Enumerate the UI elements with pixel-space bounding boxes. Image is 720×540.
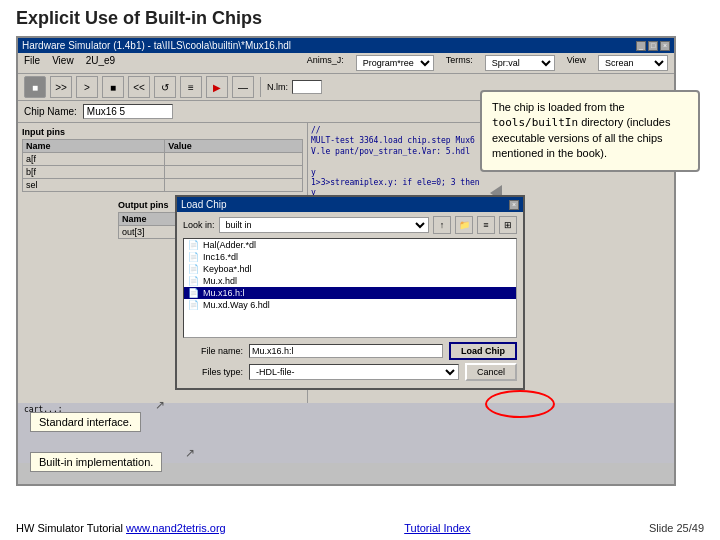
sim-titlebar-buttons: _ □ × [636, 41, 670, 51]
filename-input[interactable] [249, 344, 443, 358]
toolbar-spacer [127, 55, 295, 71]
toolbar-icon-stop[interactable]: ■ [102, 76, 124, 98]
toolbar-icon-reload[interactable]: ↺ [154, 76, 176, 98]
sim-menubar: File View 2U_e9 Anims_J: Program*ree Ter… [18, 53, 674, 74]
footer-center: Tutorial Index [404, 522, 470, 534]
chip-name-label: Chip Name: [24, 106, 77, 117]
input-name-2: sel [23, 179, 165, 192]
toolbar-icon-5[interactable]: ≡ [180, 76, 202, 98]
toolbar-icon-3[interactable]: > [76, 76, 98, 98]
input-val-0 [165, 153, 303, 166]
footer-left: HW Simulator Tutorial www.nand2tetris.or… [16, 522, 226, 534]
input-table: Name Value a[f b[f [22, 139, 303, 192]
file-name-3: Mu.x.hdl [203, 276, 237, 286]
sim-maximize-btn[interactable]: □ [648, 41, 658, 51]
filename-label: File name: [183, 346, 243, 356]
dropdown-anims[interactable]: Program*ree [356, 55, 434, 71]
dialog-location-row: Look in: built in ↑ 📁 ≡ ⊞ [177, 212, 523, 238]
table-row: sel [23, 179, 303, 192]
dialog-titlebar: Load Chip × [177, 197, 523, 212]
toolbar-icon-2[interactable]: >> [50, 76, 72, 98]
callout-box: The chip is loaded from the tools/builtI… [480, 90, 700, 172]
sim-titlebar-text: Hardware Simulator (1.4b1) - ta\IILS\coo… [22, 40, 291, 51]
page-title: Explicit Use of Built-in Chips [0, 0, 720, 35]
file-name-5: Mu.xd.Way 6.hdl [203, 300, 270, 310]
table-row: b[f [23, 166, 303, 179]
footer: HW Simulator Tutorial www.nand2tetris.or… [0, 522, 720, 534]
menu-extra[interactable]: 2U_e9 [86, 55, 115, 71]
sim-close-btn[interactable]: × [660, 41, 670, 51]
toolbar-icon-6[interactable]: ▶ [206, 76, 228, 98]
file-name-0: Hal(Adder.*dl [203, 240, 256, 250]
list-item[interactable]: 📄 Inc16.*dl [184, 251, 516, 263]
dialog-title-text: Load Chip [181, 199, 227, 210]
input-col-value: Value [165, 140, 303, 153]
filetype-label: Files type: [183, 367, 243, 377]
menu-view[interactable]: View [52, 55, 74, 71]
input-val-1 [165, 166, 303, 179]
list-item[interactable]: 📄 Mu.x.hdl [184, 275, 516, 287]
toolbar-icon-7[interactable]: — [232, 76, 254, 98]
input-col-name: Name [23, 140, 165, 153]
tutorial-index-link[interactable]: Tutorial Index [404, 522, 470, 534]
list-item[interactable]: 📄 Mu.xd.Way 6.hdl [184, 299, 516, 311]
input-val-2 [165, 179, 303, 192]
sim-minimize-btn[interactable]: _ [636, 41, 646, 51]
list-item[interactable]: 📄 Hal(Adder.*dl [184, 239, 516, 251]
list-item[interactable]: 📄 Keyboa*.hdl [184, 263, 516, 275]
callout-text: The chip is loaded from the tools/builtI… [492, 101, 670, 159]
file-icon: 📄 [188, 252, 199, 262]
detail-view-btn[interactable]: ⊞ [499, 216, 517, 234]
nav-up-btn[interactable]: ↑ [433, 216, 451, 234]
dropdown-view[interactable]: Screan [598, 55, 668, 71]
standard-interface-arrow: ↗ [155, 398, 165, 412]
file-icon: 📄 [188, 240, 199, 250]
simulator-titlebar: Hardware Simulator (1.4b1) - ta\IILS\coo… [18, 38, 674, 53]
footer-left-text: HW Simulator Tutorial [16, 522, 126, 534]
file-icon: 📄 [188, 300, 199, 310]
filetype-dropdown[interactable]: -HDL-file- [249, 364, 459, 380]
builtin-implementation-label: Built-in implementation. [30, 452, 162, 472]
input-section-title: Input pins [22, 127, 303, 137]
toolbar-nlim-input[interactable] [292, 80, 322, 94]
look-in-label: Look in: [183, 220, 215, 230]
filetype-row: Files type: -HDL-file- Cancel [183, 363, 517, 381]
toolbar-icon-back[interactable]: << [128, 76, 150, 98]
file-icon: 📄 [188, 276, 199, 286]
label-view: View [567, 55, 586, 71]
table-row: a[f [23, 153, 303, 166]
file-name-4: Mu.x16.h:l [203, 288, 245, 298]
dialog-bottom: File name: Load Chip Files type: -HDL-fi… [177, 338, 523, 388]
file-name-2: Keyboa*.hdl [203, 264, 252, 274]
chip-name-input[interactable] [83, 104, 173, 119]
footer-slide-number: Slide 25/49 [649, 522, 704, 534]
dialog-close-btn[interactable]: × [509, 200, 519, 210]
label-terms: Terms: [446, 55, 473, 71]
input-name-1: b[f [23, 166, 165, 179]
label-anims: Anims_J: [307, 55, 344, 71]
new-folder-btn[interactable]: 📁 [455, 216, 473, 234]
dialog-titlebar-buttons: × [509, 200, 519, 210]
callout-code: tools/builtIn [492, 116, 578, 129]
file-icon: 📄 [188, 288, 199, 298]
list-view-btn[interactable]: ≡ [477, 216, 495, 234]
menu-file[interactable]: File [24, 55, 40, 71]
load-chip-button[interactable]: Load Chip [449, 342, 517, 360]
toolbar-sep [260, 77, 261, 97]
file-name-1: Inc16.*dl [203, 252, 238, 262]
list-item-selected[interactable]: 📄 Mu.x16.h:l [184, 287, 516, 299]
look-in-dropdown[interactable]: built in [219, 217, 429, 233]
toolbar-icon-1[interactable]: ■ [24, 76, 46, 98]
input-section: Input pins Name Value a[f [22, 127, 303, 192]
dropdown-terms[interactable]: Spr:val [485, 55, 555, 71]
filename-row: File name: Load Chip [183, 342, 517, 360]
cancel-button[interactable]: Cancel [465, 363, 517, 381]
dialog-file-list: 📄 Hal(Adder.*dl 📄 Inc16.*dl 📄 Keyboa*.hd… [183, 238, 517, 338]
load-chip-dialog: Load Chip × Look in: built in ↑ 📁 ≡ ⊞ 📄 … [175, 195, 525, 390]
toolbar-nlim-label: N.lm: [267, 82, 288, 92]
file-icon: 📄 [188, 264, 199, 274]
standard-interface-label: Standard interface. [30, 412, 141, 432]
input-name-0: a[f [23, 153, 165, 166]
footer-link[interactable]: www.nand2tetris.org [126, 522, 226, 534]
builtin-implementation-arrow: ↗ [185, 446, 195, 460]
